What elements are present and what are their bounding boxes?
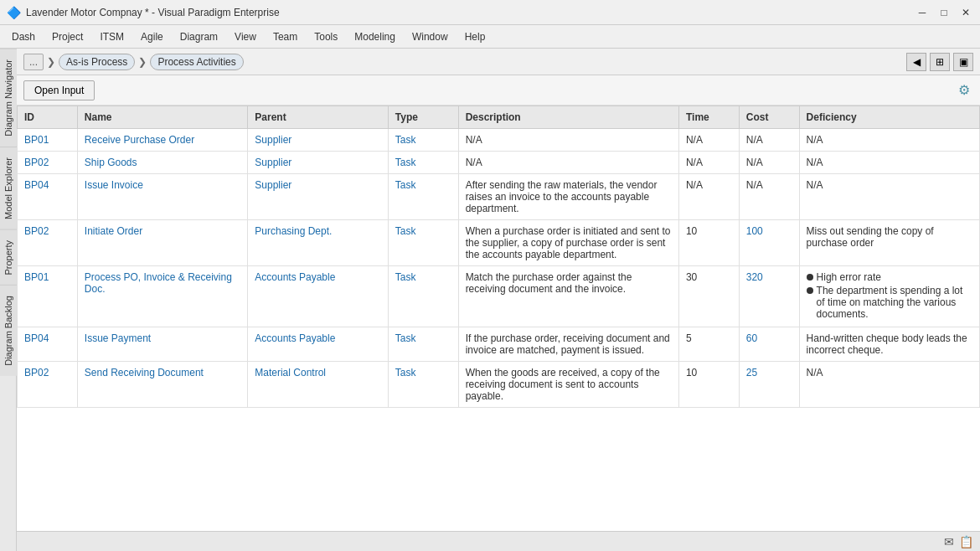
menu-bar: Dash Project ITSM Agile Diagram View Tea… (0, 25, 980, 49)
app-title: Lavender Motor Compnay * - Visual Paradi… (26, 7, 280, 18)
cell-time: 10 (678, 362, 739, 408)
cell-time: 30 (678, 266, 739, 327)
cell-cost: N/A (739, 174, 799, 220)
sidebar-tab-diagram-navigator[interactable]: Diagram Navigator (0, 49, 17, 147)
cell-parent: Accounts Payable (248, 327, 389, 362)
cell-time: N/A (678, 152, 739, 174)
sidebar-tab-property[interactable]: Property (0, 229, 17, 286)
doc-icon[interactable]: 📋 (959, 535, 973, 548)
breadcrumb-arrow-1: ❯ (47, 56, 55, 68)
cell-name[interactable]: Ship Goods (77, 152, 247, 174)
cell-cost: 25 (739, 362, 799, 408)
table-row[interactable]: BP01Process PO, Invoice & Receiving Doc.… (18, 266, 980, 327)
menu-tools[interactable]: Tools (306, 28, 346, 46)
menu-modeling[interactable]: Modeling (346, 28, 404, 46)
main-layout: Diagram Navigator Model Explorer Propert… (0, 49, 980, 551)
col-header-deficiency: Deficiency (799, 106, 979, 129)
col-header-description: Description (458, 106, 678, 129)
menu-agile[interactable]: Agile (132, 28, 172, 46)
cell-description: N/A (458, 129, 678, 152)
bullet-icon (807, 274, 813, 281)
table-row[interactable]: BP04Issue PaymentAccounts PayableTaskIf … (18, 327, 980, 362)
cell-name[interactable]: Issue Payment (77, 327, 247, 362)
cell-cost: 60 (739, 327, 799, 362)
cell-cost: 100 (739, 220, 799, 266)
breadcrumb-back-icon[interactable]: ◀ (906, 53, 926, 71)
cell-id: BP02 (18, 362, 78, 408)
cell-time: 5 (678, 327, 739, 362)
table-row[interactable]: BP02Initiate OrderPurchasing Dept.TaskWh… (18, 220, 980, 266)
table-row[interactable]: BP01Receive Purchase OrderSupplierTaskN/… (18, 129, 980, 152)
cell-name[interactable]: Receive Purchase Order (77, 129, 247, 152)
cell-name[interactable]: Send Receiving Document (77, 362, 247, 408)
col-header-type: Type (388, 106, 458, 129)
cell-time: N/A (678, 129, 739, 152)
breadcrumb-as-is-process: As-is Process (59, 54, 135, 70)
toolbar-left: Open Input (23, 80, 95, 100)
cell-type: Task (388, 152, 458, 174)
bullet-icon (807, 287, 813, 294)
cell-parent: Supplier (248, 129, 389, 152)
cell-type: Task (388, 266, 458, 327)
bullet-text: High error rate (817, 271, 881, 283)
breadcrumb-grid-icon[interactable]: ⊞ (930, 53, 950, 71)
toolbar-settings-icon[interactable]: ⚙ (955, 80, 973, 100)
cell-id: BP02 (18, 152, 78, 174)
process-activities-table[interactable]: ID Name Parent Type Description Time Cos… (17, 106, 980, 531)
cell-cost: 320 (739, 266, 799, 327)
open-input-button[interactable]: Open Input (23, 80, 95, 100)
col-header-time: Time (678, 106, 739, 129)
cell-id: BP04 (18, 174, 78, 220)
cell-description: After sending the raw materials, the ven… (458, 174, 678, 220)
cell-parent: Material Control (248, 362, 389, 408)
cell-parent: Supplier (248, 174, 389, 220)
cell-deficiency: N/A (799, 174, 979, 220)
cell-deficiency: N/A (799, 362, 979, 408)
breadcrumb-as-is-process-label[interactable]: As-is Process (59, 54, 135, 70)
email-icon[interactable]: ✉ (944, 535, 954, 548)
cell-description: When the goods are received, a copy of t… (458, 362, 678, 408)
breadcrumb-arrow-2: ❯ (138, 56, 147, 68)
menu-help[interactable]: Help (456, 28, 494, 46)
table-row[interactable]: BP02Ship GoodsSupplierTaskN/AN/AN/AN/A (18, 152, 980, 174)
cell-parent: Supplier (248, 152, 389, 174)
maximize-button[interactable]: □ (936, 5, 952, 20)
cell-name[interactable]: Issue Invoice (77, 174, 247, 220)
table-row[interactable]: BP02Send Receiving DocumentMaterial Cont… (18, 362, 980, 408)
menu-diagram[interactable]: Diagram (172, 28, 226, 46)
window-controls: ─ □ ✕ (915, 5, 973, 20)
col-header-cost: Cost (739, 106, 799, 129)
status-bar: ✉ 📋 (17, 531, 980, 551)
cell-name[interactable]: Process PO, Invoice & Receiving Doc. (77, 266, 247, 327)
bullet-text: The department is spending a lot of time… (817, 285, 972, 320)
menu-window[interactable]: Window (404, 28, 456, 46)
cell-description: N/A (458, 152, 678, 174)
cell-deficiency: Hand-written cheque body leads the incor… (799, 327, 979, 362)
cell-cost: N/A (739, 152, 799, 174)
breadcrumb-panel-icon[interactable]: ▣ (953, 53, 973, 71)
cell-deficiency: High error rateThe department is spendin… (799, 266, 979, 327)
minimize-button[interactable]: ─ (915, 5, 930, 20)
cell-deficiency: N/A (799, 152, 979, 174)
cell-parent: Accounts Payable (248, 266, 389, 327)
breadcrumb-process-activities: Process Activities (150, 54, 243, 70)
cell-deficiency: Miss out sending the copy of purchase or… (799, 220, 979, 266)
cell-name[interactable]: Initiate Order (77, 220, 247, 266)
breadcrumb-dots[interactable]: ... (23, 54, 44, 70)
cell-time: N/A (678, 174, 739, 220)
cell-parent: Purchasing Dept. (248, 220, 389, 266)
menu-project[interactable]: Project (44, 28, 91, 46)
menu-team[interactable]: Team (265, 28, 306, 46)
title-bar: 🔷 Lavender Motor Compnay * - Visual Para… (0, 0, 980, 25)
table-row[interactable]: BP04Issue InvoiceSupplierTaskAfter sendi… (18, 174, 980, 220)
sidebar-tab-diagram-backlog[interactable]: Diagram Backlog (0, 285, 17, 376)
menu-view[interactable]: View (226, 28, 265, 46)
breadcrumb-process-activities-label[interactable]: Process Activities (150, 54, 243, 70)
table-header-row: ID Name Parent Type Description Time Cos… (18, 106, 980, 129)
sidebar-tab-model-explorer[interactable]: Model Explorer (0, 147, 17, 229)
sidebar-tabs: Diagram Navigator Model Explorer Propert… (0, 49, 17, 551)
cell-id: BP01 (18, 129, 78, 152)
menu-itsm[interactable]: ITSM (91, 28, 132, 46)
close-button[interactable]: ✕ (958, 5, 973, 20)
menu-dash[interactable]: Dash (3, 28, 44, 46)
